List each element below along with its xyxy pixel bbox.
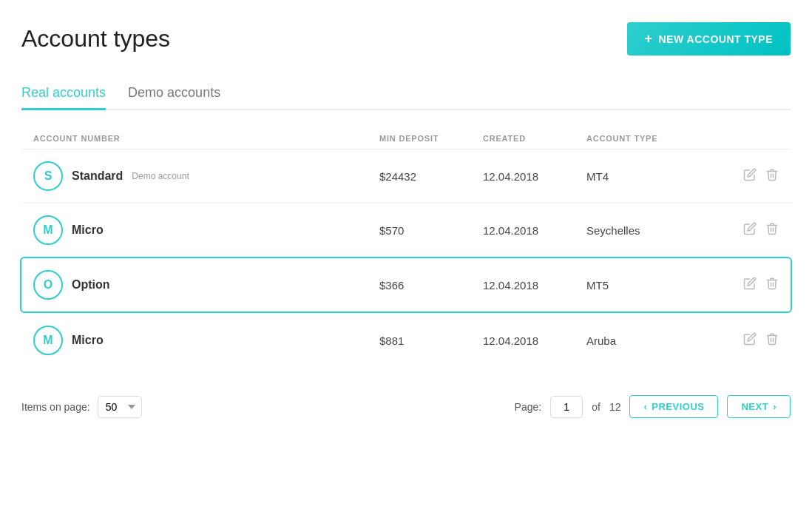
account-cell: M Micro <box>33 215 379 245</box>
previous-button[interactable]: ‹ PREVIOUS <box>629 395 718 418</box>
table-row: M Micro $881 12.04.2018 Aruba <box>21 313 791 367</box>
delete-icon[interactable] <box>765 222 779 239</box>
avatar: M <box>33 215 63 245</box>
tabs-container: Real accounts Demo accounts <box>21 78 791 110</box>
page-header: Account types + NEW ACCOUNT TYPE <box>21 22 791 55</box>
avatar: M <box>33 326 63 355</box>
account-cell: S Standard Demo account <box>33 161 379 191</box>
chevron-left-icon: ‹ <box>643 401 647 412</box>
delete-icon[interactable] <box>765 332 779 349</box>
row-actions <box>720 277 779 294</box>
next-button[interactable]: NEXT › <box>727 395 791 418</box>
min-deposit-value: $570 <box>379 224 483 237</box>
account-cell: O Option <box>33 270 379 300</box>
tab-demo-accounts[interactable]: Demo accounts <box>128 78 220 110</box>
delete-icon[interactable] <box>765 168 779 185</box>
col-account-type: ACCOUNT TYPE <box>586 134 720 143</box>
table-row: O Option $366 12.04.2018 MT5 <box>20 257 792 313</box>
accounts-table: ACCOUNT NUMBER MIN DEPOSIT CREATED ACCOU… <box>21 128 791 367</box>
edit-icon[interactable] <box>743 332 757 349</box>
col-actions <box>720 134 779 143</box>
items-per-page-container: Items on page: 10 25 50 100 <box>21 396 142 418</box>
account-badge: Demo account <box>132 171 189 181</box>
items-per-page-select[interactable]: 10 25 50 100 <box>98 396 142 418</box>
row-actions <box>720 168 779 185</box>
page-number-input[interactable] <box>550 396 583 418</box>
avatar: O <box>33 270 63 300</box>
account-name: Micro <box>72 223 104 237</box>
items-on-page-label: Items on page: <box>21 401 90 413</box>
account-type-value: MT5 <box>586 279 720 292</box>
edit-icon[interactable] <box>743 168 757 185</box>
col-account-number: ACCOUNT NUMBER <box>33 134 379 143</box>
previous-label: PREVIOUS <box>652 401 704 412</box>
table-row: M Micro $570 12.04.2018 Seychelles <box>21 203 791 257</box>
min-deposit-value: $366 <box>379 279 483 292</box>
delete-icon[interactable] <box>765 277 779 294</box>
next-label: NEXT <box>741 401 768 412</box>
account-type-value: Seychelles <box>586 224 720 237</box>
col-min-deposit: MIN DEPOSIT <box>379 134 483 143</box>
table-footer: Items on page: 10 25 50 100 Page: of 12 … <box>21 388 791 418</box>
page-container: Account types + NEW ACCOUNT TYPE Real ac… <box>21 22 791 418</box>
page-title: Account types <box>21 25 170 53</box>
new-account-button-label: NEW ACCOUNT TYPE <box>659 33 773 45</box>
min-deposit-value: $881 <box>379 334 483 347</box>
tab-real-accounts[interactable]: Real accounts <box>21 78 106 110</box>
created-value: 12.04.2018 <box>483 279 586 292</box>
avatar: S <box>33 161 63 191</box>
page-label: Page: <box>515 401 542 413</box>
table-rows: S Standard Demo account $24432 12.04.201… <box>21 149 791 367</box>
account-name: Micro <box>72 334 104 347</box>
total-pages: 12 <box>609 401 621 413</box>
account-type-value: Aruba <box>586 334 720 347</box>
col-created: CREATED <box>483 134 586 143</box>
edit-icon[interactable] <box>743 277 757 294</box>
plus-icon: + <box>645 31 653 47</box>
created-value: 12.04.2018 <box>483 224 586 237</box>
account-cell: M Micro <box>33 326 379 355</box>
row-actions <box>720 222 779 239</box>
table-header: ACCOUNT NUMBER MIN DEPOSIT CREATED ACCOU… <box>21 128 791 149</box>
created-value: 12.04.2018 <box>483 170 586 183</box>
of-label: of <box>592 401 600 413</box>
account-name: Standard <box>72 169 123 183</box>
min-deposit-value: $24432 <box>379 170 483 183</box>
table-row: S Standard Demo account $24432 12.04.201… <box>21 149 791 203</box>
edit-icon[interactable] <box>743 222 757 239</box>
new-account-type-button[interactable]: + NEW ACCOUNT TYPE <box>627 22 791 55</box>
pagination-container: Page: of 12 ‹ PREVIOUS NEXT › <box>515 395 791 418</box>
created-value: 12.04.2018 <box>483 334 586 347</box>
account-type-value: MT4 <box>586 170 720 183</box>
row-actions <box>720 332 779 349</box>
chevron-right-icon: › <box>773 401 777 412</box>
account-name: Option <box>72 278 110 292</box>
